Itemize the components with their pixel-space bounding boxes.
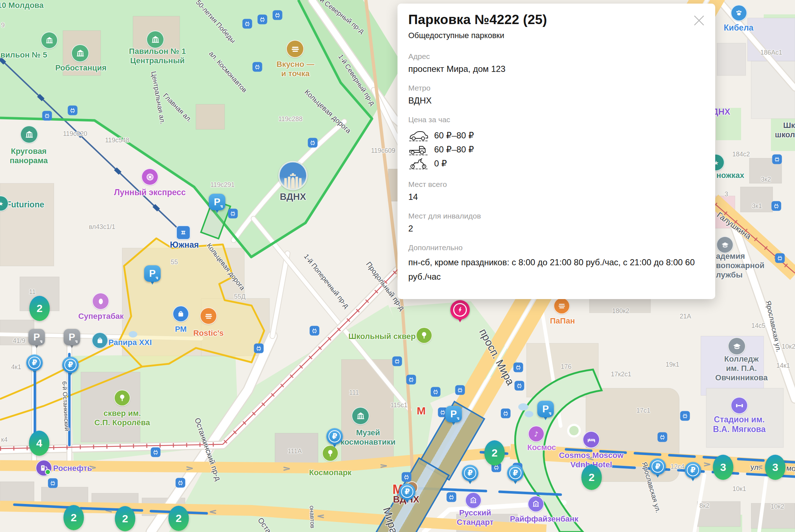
transit-stop-icon[interactable] (515, 381, 524, 391)
parking-pin[interactable]: ₽ (462, 465, 478, 488)
map-street-label: онавтов (308, 505, 316, 528)
price-row-car: 60 ₽–80 ₽ (408, 128, 703, 142)
transit-stop-icon[interactable] (392, 357, 402, 366)
parking-pin[interactable]: P (537, 401, 554, 424)
parking-pin[interactable]: ₽ (26, 354, 43, 377)
transit-stop-icon[interactable] (253, 62, 262, 72)
transit-stop-icon[interactable] (228, 209, 238, 219)
parking-pin[interactable]: P (209, 194, 225, 217)
transit-stop-icon[interactable] (68, 106, 78, 115)
parking-cluster-badge[interactable]: 3 (713, 455, 734, 480)
map-building-label: 115с1 (390, 402, 408, 409)
map-building-label: 17к2с1 (611, 371, 631, 378)
parking-pin[interactable]: P (28, 329, 45, 352)
yandex-maps-app: 10 МолдоваПавильон № 5РобостанцияПавильо… (0, 0, 795, 532)
transit-stop-icon[interactable] (455, 385, 465, 395)
transit-stop-icon[interactable] (772, 155, 782, 164)
bag-icon[interactable] (92, 332, 108, 349)
transit-stop-icon[interactable] (273, 10, 282, 20)
map-building-label: 119с520 (63, 130, 87, 138)
ferris-icon[interactable] (141, 168, 158, 185)
transit-stop-icon[interactable] (176, 478, 185, 488)
map-poi-label: Rostic's (193, 329, 224, 338)
fuel-icon[interactable] (36, 460, 52, 476)
transit-stop-icon[interactable] (447, 492, 456, 502)
dumbbell-icon[interactable] (731, 397, 748, 414)
parking-pin[interactable]: P (144, 265, 161, 288)
grad-icon[interactable] (716, 236, 734, 253)
transit-stop-icon[interactable] (775, 253, 785, 263)
map-poi-label: Школьный сквер (348, 332, 415, 341)
map-building-label: 111А (288, 448, 302, 455)
parking-cluster-badge[interactable]: 2 (115, 506, 135, 531)
transit-stop-icon[interactable] (151, 448, 161, 457)
parking-cluster-badge[interactable]: 2 (64, 505, 84, 530)
parking-pin[interactable]: ₽ (326, 428, 343, 451)
paw-icon[interactable] (731, 5, 747, 21)
parking-info-card: Парковка №4222 (25) Общедоступные парков… (398, 4, 715, 299)
music-icon[interactable]: ♪ (528, 426, 544, 442)
parking-pin[interactable]: ₽ (62, 357, 79, 380)
transit-stop-icon[interactable] (501, 409, 511, 418)
oval-icon[interactable] (92, 293, 109, 310)
transit-stop-icon[interactable] (431, 387, 441, 397)
monorail-icon[interactable] (176, 225, 190, 240)
transit-stop-icon[interactable] (258, 15, 267, 24)
bed-icon[interactable] (583, 431, 600, 448)
places-total-label: Мест всего (408, 180, 703, 189)
parking-cluster-badge[interactable]: 2 (582, 465, 602, 490)
burger-icon[interactable] (553, 298, 570, 314)
transit-stop-icon[interactable] (658, 432, 667, 442)
bank-icon[interactable]: ₽ (465, 492, 482, 509)
grad-icon[interactable] (728, 337, 746, 355)
transit-stop-icon[interactable] (42, 111, 52, 121)
map-poi-label: 10 Молдова (0, 1, 43, 10)
bank-icon[interactable]: ₽ (528, 496, 544, 512)
transit-stop-icon[interactable] (402, 472, 412, 482)
museum-icon[interactable] (41, 32, 58, 49)
transit-stop-icon[interactable] (772, 201, 781, 211)
museum-icon[interactable] (71, 44, 89, 62)
metro-value: ВДНХ (408, 96, 703, 106)
transit-stop-icon[interactable] (308, 138, 318, 148)
vdnh-park-badge[interactable]: ВДНХ (278, 161, 308, 202)
transit-stop-icon[interactable] (310, 326, 320, 336)
svg-text:★: ★ (0, 201, 3, 207)
parking-pin[interactable]: ₽ (649, 458, 666, 481)
parking-pin[interactable]: ₽ (507, 465, 524, 488)
tree-icon[interactable] (416, 327, 432, 344)
map-street-label: мо (786, 464, 795, 473)
parking-cluster-badge[interactable]: 2 (169, 506, 189, 531)
pin-head (450, 300, 470, 320)
parking-cluster-badge[interactable]: 3 (765, 455, 786, 480)
museum-icon[interactable] (20, 125, 38, 143)
burger-icon[interactable] (200, 307, 217, 325)
burger-icon[interactable] (286, 40, 304, 58)
parking-cluster-badge[interactable]: 2 (484, 440, 505, 466)
parking-pin[interactable] (450, 300, 470, 323)
close-button[interactable] (691, 13, 707, 28)
parking-cluster-badge[interactable]: 2 (29, 296, 50, 321)
parking-cluster-badge[interactable]: 4 (29, 431, 50, 456)
transit-stop-icon[interactable] (406, 375, 416, 385)
map-building-label: 119с609 (371, 147, 395, 155)
car-price: 60 ₽–80 ₽ (434, 130, 474, 141)
museum-icon[interactable] (146, 31, 164, 49)
pin-head: ₽ (649, 458, 666, 475)
pin-head: ₽ (462, 465, 478, 481)
metro-icon[interactable]: М (417, 405, 426, 417)
map-building-label: 17с1 (636, 407, 650, 414)
transit-stop-icon[interactable] (514, 363, 523, 372)
transit-stop-icon[interactable] (48, 478, 58, 488)
tree-icon[interactable] (114, 390, 130, 406)
map-building-label: 8к2 (699, 502, 709, 510)
parking-pin[interactable]: ₽ (685, 462, 701, 485)
parking-pin[interactable]: P (64, 329, 80, 352)
transit-stop-icon[interactable] (680, 411, 690, 421)
transit-stop-icon[interactable] (243, 19, 252, 29)
parking-pin[interactable]: ₽ (399, 483, 415, 506)
bag-icon[interactable] (173, 306, 189, 322)
parking-pin[interactable]: P (445, 406, 462, 429)
transit-stop-icon[interactable] (254, 344, 264, 353)
museum-icon[interactable] (351, 407, 369, 425)
